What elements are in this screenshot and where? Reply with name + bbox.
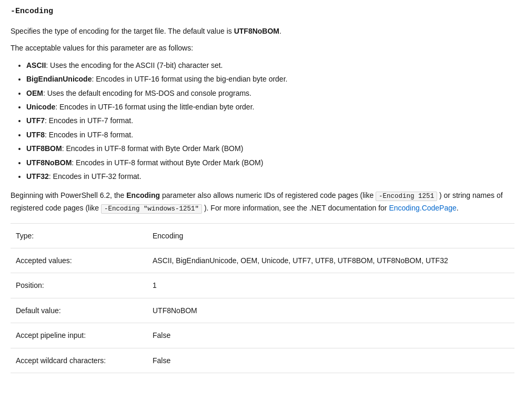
param-label: Accept pipeline input: bbox=[11, 323, 147, 348]
param-label: Position: bbox=[11, 273, 147, 298]
list-item: BigEndianUnicode: Encodes in UTF-16 form… bbox=[26, 73, 514, 85]
param-value: ASCII, BigEndianUnicode, OEM, Unicode, U… bbox=[147, 248, 514, 273]
list-item: UTF32: Encodes in UTF-32 format. bbox=[26, 171, 514, 182]
description-line2: The acceptable values for this parameter… bbox=[11, 42, 514, 54]
list-item: ASCII: Uses the encoding for the ASCII (… bbox=[26, 59, 514, 71]
list-item: UTF8: Encodes in UTF-8 format. bbox=[26, 129, 514, 141]
note-paragraph: Beginning with PowerShell 6.2, the Encod… bbox=[11, 189, 514, 214]
param-value: False bbox=[147, 348, 514, 373]
param-label: Type: bbox=[11, 223, 147, 248]
page-title: -Encoding bbox=[11, 5, 514, 18]
param-value: 1 bbox=[147, 273, 514, 298]
encoding-values-list: ASCII: Uses the encoding for the ASCII (… bbox=[26, 59, 514, 183]
list-item: UTF7: Encodes in UTF-7 format. bbox=[26, 115, 514, 126]
list-item: Unicode: Encodes in UTF-16 format using … bbox=[26, 101, 514, 113]
inline-code-2: -Encoding "windows-1251" bbox=[101, 204, 202, 214]
table-row: Default value:UTF8NoBOM bbox=[11, 298, 514, 323]
inline-code-1: -Encoding 1251 bbox=[376, 192, 437, 201]
parameters-table: Type:EncodingAccepted values:ASCII, BigE… bbox=[11, 223, 514, 373]
table-row: Accept wildcard characters:False bbox=[11, 348, 514, 373]
param-label: Accept wildcard characters: bbox=[11, 348, 147, 373]
encoding-codepage-link[interactable]: Encoding.CodePage bbox=[389, 204, 456, 212]
list-item: UTF8BOM: Encodes in UTF-8 format with By… bbox=[26, 143, 514, 154]
table-row: Accept pipeline input:False bbox=[11, 323, 514, 348]
description-line1: Specifies the type of encoding for the t… bbox=[11, 25, 514, 37]
list-item: UTF8NoBOM: Encodes in UTF-8 format witho… bbox=[26, 157, 514, 168]
param-value: False bbox=[147, 323, 514, 348]
param-value: UTF8NoBOM bbox=[147, 298, 514, 323]
param-label: Accepted values: bbox=[11, 248, 147, 273]
param-value: Encoding bbox=[147, 223, 514, 248]
param-label: Default value: bbox=[11, 298, 147, 323]
table-row: Position:1 bbox=[11, 273, 514, 298]
list-item: OEM: Uses the default encoding for MS-DO… bbox=[26, 87, 514, 99]
table-row: Type:Encoding bbox=[11, 223, 514, 248]
table-row: Accepted values:ASCII, BigEndianUnicode,… bbox=[11, 248, 514, 273]
